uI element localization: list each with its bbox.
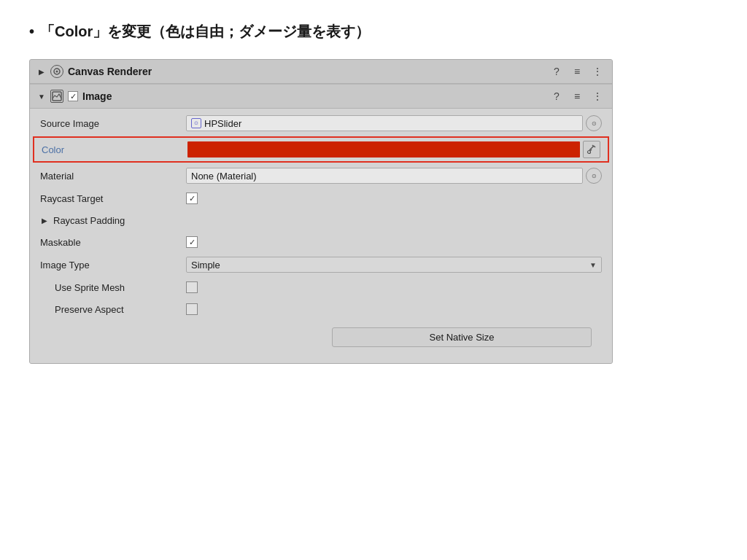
image-actions: ? ≡ ⋮ (549, 89, 605, 104)
image-section-title: Image (82, 90, 545, 102)
page-heading: • 「Color」を変更（色は自由；ダメージ量を表す） (29, 22, 718, 42)
preserve-aspect-checkbox[interactable] (186, 303, 198, 315)
canvas-renderer-header: Canvas Renderer ? ≡ ⋮ (30, 60, 612, 84)
preserve-aspect-label: Preserve Aspect (40, 304, 186, 315)
dropdown-arrow-icon: ▼ (589, 261, 597, 269)
maskable-value: ✓ (186, 236, 602, 248)
raycast-target-checkbox[interactable]: ✓ (186, 192, 198, 204)
preserve-aspect-value (186, 303, 602, 315)
set-native-size-btn[interactable]: Set Native Size (332, 327, 592, 347)
raycast-target-row: Raycast Target ✓ (30, 187, 612, 209)
source-image-label: Source Image (40, 118, 186, 129)
canvas-renderer-title: Canvas Renderer (68, 66, 545, 77)
source-image-icon: ⊙ (191, 118, 201, 128)
eyedropper-btn[interactable] (583, 141, 600, 158)
maskable-row: Maskable ✓ (30, 231, 612, 253)
canvas-renderer-expand[interactable] (37, 67, 46, 76)
inspector-panel: Canvas Renderer ? ≡ ⋮ ✓ Image ? ≡ ⋮ (29, 59, 613, 364)
color-value (187, 141, 600, 158)
properties-body: Source Image ⊙ HPSlider ⊙ Color (30, 109, 612, 363)
use-sprite-mesh-value (186, 281, 602, 293)
material-field[interactable]: None (Material) (186, 168, 583, 184)
material-label: Material (40, 171, 186, 182)
canvas-renderer-actions: ? ≡ ⋮ (549, 64, 605, 79)
canvas-renderer-settings-btn[interactable]: ≡ (570, 64, 584, 79)
color-label: Color (42, 144, 187, 155)
image-section-header: ✓ Image ? ≡ ⋮ (30, 85, 612, 109)
material-text: None (Material) (191, 171, 257, 182)
image-section-icon (50, 90, 63, 103)
source-image-picker-btn[interactable]: ⊙ (586, 115, 602, 131)
canvas-renderer-help-btn[interactable]: ? (549, 64, 564, 79)
material-picker-btn[interactable]: ⊙ (586, 168, 602, 184)
color-swatch[interactable] (187, 141, 580, 158)
material-row: Material None (Material) ⊙ (30, 164, 612, 187)
source-image-text: HPSlider (204, 118, 241, 129)
maskable-label: Maskable (40, 237, 186, 248)
image-help-btn[interactable]: ? (549, 89, 564, 104)
svg-point-4 (588, 151, 591, 154)
raycast-target-value: ✓ (186, 192, 602, 204)
source-image-value: ⊙ HPSlider ⊙ (186, 115, 602, 131)
source-image-field[interactable]: ⊙ HPSlider (186, 115, 583, 131)
raycast-target-label: Raycast Target (40, 193, 186, 204)
image-type-dropdown[interactable]: Simple ▼ (186, 257, 602, 273)
image-type-text: Simple (191, 260, 220, 271)
bullet-point: • (29, 23, 34, 40)
heading-text: 「Color」を変更（色は自由；ダメージ量を表す） (40, 22, 370, 42)
maskable-checkbox[interactable]: ✓ (186, 236, 198, 248)
image-type-label: Image Type (40, 260, 186, 271)
image-settings-btn[interactable]: ≡ (570, 89, 584, 104)
raycast-padding-label: Raycast Padding (53, 215, 199, 226)
image-enabled-checkbox[interactable]: ✓ (68, 91, 78, 101)
image-type-row: Image Type Simple ▼ (30, 253, 612, 276)
canvas-renderer-icon (50, 65, 63, 78)
svg-point-1 (56, 71, 58, 73)
canvas-renderer-more-btn[interactable]: ⋮ (590, 64, 605, 79)
image-type-value: Simple ▼ (186, 257, 602, 273)
image-more-btn[interactable]: ⋮ (590, 89, 605, 104)
use-sprite-mesh-row: Use Sprite Mesh (30, 276, 612, 298)
use-sprite-mesh-label: Use Sprite Mesh (40, 282, 186, 293)
material-value: None (Material) ⊙ (186, 168, 602, 184)
raycast-padding-row: Raycast Padding (30, 209, 612, 231)
image-expand[interactable] (37, 92, 46, 101)
use-sprite-mesh-checkbox[interactable] (186, 281, 198, 293)
color-row: Color (33, 136, 609, 163)
raycast-padding-expand[interactable] (40, 216, 49, 225)
set-native-size-row: Set Native Size (30, 320, 612, 360)
preserve-aspect-row: Preserve Aspect (30, 298, 612, 320)
source-image-row: Source Image ⊙ HPSlider ⊙ (30, 112, 612, 135)
